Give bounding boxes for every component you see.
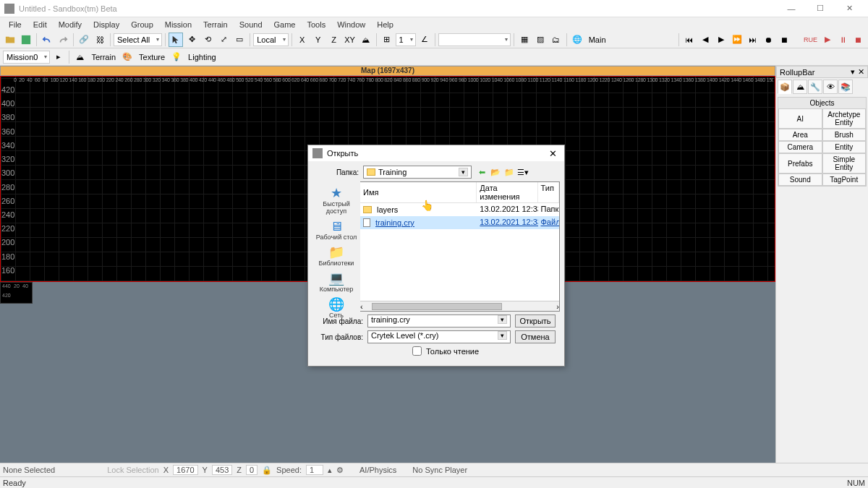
- mission-tool-icon[interactable]: ▸: [51, 50, 66, 64]
- folder-combo[interactable]: Training: [363, 166, 472, 179]
- col-name[interactable]: Имя: [360, 182, 477, 202]
- sidebar-quickaccess[interactable]: ★Быстрый доступ: [312, 184, 360, 216]
- layer-combo[interactable]: [438, 33, 511, 46]
- terrain-label[interactable]: Terrain: [88, 53, 119, 61]
- file-row-layers[interactable]: layers 13.02.2021 12:33 Папк: [360, 203, 559, 216]
- axis-x[interactable]: X: [295, 33, 310, 47]
- rollup-tab-modify[interactable]: 🔧: [808, 80, 822, 94]
- rotate-tool-icon[interactable]: ⟲: [200, 33, 215, 47]
- terrain-follow-icon[interactable]: ⛰: [359, 33, 373, 47]
- cancel-button[interactable]: Отмена: [515, 330, 556, 343]
- obj-entity[interactable]: Entity: [822, 141, 867, 153]
- sidebar-libraries[interactable]: 📁Библиотеки: [312, 244, 360, 268]
- col-date[interactable]: Дата изменения: [477, 182, 537, 202]
- link-icon[interactable]: 🔗: [77, 33, 91, 47]
- sidebar-desktop[interactable]: 🖥Рабочий стол: [312, 218, 360, 242]
- vcr-rec-icon[interactable]: ⏺: [762, 33, 776, 47]
- close-button[interactable]: ✕: [835, 0, 864, 17]
- axis-z[interactable]: Z: [327, 33, 341, 47]
- axis-xy[interactable]: XY: [343, 33, 357, 47]
- coord-system-combo[interactable]: Local: [253, 33, 288, 46]
- select-tool-icon[interactable]: [169, 33, 183, 47]
- vcr-next-icon[interactable]: ⏩: [730, 33, 744, 47]
- rollup-tab-display[interactable]: 👁: [823, 80, 838, 94]
- menu-tools[interactable]: Tools: [301, 19, 331, 30]
- obj-sound[interactable]: Sound: [778, 174, 822, 186]
- undo-icon[interactable]: [40, 33, 54, 47]
- rollup-tab-layers[interactable]: 📚: [838, 80, 853, 94]
- view-menu-icon[interactable]: ☰▾: [517, 166, 529, 178]
- globe-icon[interactable]: 🌐: [570, 33, 584, 47]
- sync-player-toggle[interactable]: No Sync Player: [412, 466, 467, 474]
- menu-sound[interactable]: Sound: [234, 19, 268, 30]
- filetype-combo[interactable]: Crytek Level (*.cry): [367, 330, 511, 343]
- readonly-checkbox[interactable]: [412, 346, 422, 356]
- rollup-close-icon[interactable]: ✕: [858, 67, 864, 77]
- menu-file[interactable]: File: [3, 19, 27, 30]
- rollup-tab-create[interactable]: 📦: [778, 80, 792, 94]
- filename-input[interactable]: training.cry: [367, 314, 511, 328]
- sidebar-computer[interactable]: 💻Компьютер: [312, 270, 360, 294]
- coord-y[interactable]: 453: [212, 465, 232, 475]
- unlink-icon[interactable]: ⛓: [93, 33, 107, 47]
- mini-viewport[interactable]: 440 20 40 420: [0, 282, 33, 304]
- layer-tool1-icon[interactable]: ▦: [517, 33, 532, 47]
- obj-camera[interactable]: Camera: [778, 141, 822, 153]
- save-icon[interactable]: [19, 33, 33, 47]
- play-icon[interactable]: ▶: [820, 33, 835, 47]
- menu-modify[interactable]: Modify: [53, 19, 88, 30]
- dialog-close-button[interactable]: ✕: [545, 148, 560, 159]
- new-folder-icon[interactable]: 📁: [503, 166, 515, 178]
- speed-up-icon[interactable]: ▴: [328, 466, 332, 475]
- open-button[interactable]: Открыть: [515, 314, 556, 328]
- select-filter-combo[interactable]: Select All: [114, 33, 162, 46]
- menu-terrain[interactable]: Terrain: [197, 19, 234, 30]
- layer-tool2-icon[interactable]: ▨: [533, 33, 548, 47]
- layer-tool3-icon[interactable]: 🗂: [549, 33, 563, 47]
- snap-grid-icon[interactable]: ⊞: [380, 33, 394, 47]
- open-icon[interactable]: [3, 33, 17, 47]
- texture-icon[interactable]: 🎨: [120, 50, 135, 64]
- vcr-last-icon[interactable]: ⏭: [746, 33, 760, 47]
- texture-label[interactable]: Texture: [136, 53, 168, 61]
- menu-display[interactable]: Display: [88, 19, 125, 30]
- mission-combo[interactable]: Mission0: [3, 51, 50, 64]
- lock-selection[interactable]: Lock Selection: [107, 466, 159, 474]
- lighting-label[interactable]: Lighting: [185, 53, 219, 61]
- menu-mission[interactable]: Mission: [159, 19, 197, 30]
- lock-xyz-icon[interactable]: 🔒: [262, 466, 272, 475]
- scale-tool-icon[interactable]: ⤢: [216, 33, 231, 47]
- file-list[interactable]: Имя Дата изменения Тип layers 13.02.2021…: [360, 181, 560, 312]
- obj-area[interactable]: Area: [778, 129, 822, 141]
- obj-brush[interactable]: Brush: [822, 129, 867, 141]
- coord-z[interactable]: 0: [246, 465, 258, 475]
- menu-edit[interactable]: Edit: [27, 19, 53, 30]
- vcr-stop-icon[interactable]: ⏹: [778, 33, 792, 47]
- vcr-prev-icon[interactable]: ◀: [698, 33, 712, 47]
- obj-tagpoint[interactable]: TagPoint: [822, 174, 867, 186]
- obj-archetype[interactable]: Archetype Entity: [822, 108, 867, 129]
- speed-value[interactable]: 1: [306, 465, 323, 475]
- up-folder-icon[interactable]: 📂: [490, 166, 501, 178]
- back-icon[interactable]: ⬅: [476, 166, 488, 178]
- obj-simple-entity[interactable]: Simple Entity: [822, 153, 867, 174]
- rollup-dropdown-icon[interactable]: ▾: [851, 67, 855, 77]
- horizontal-scrollbar[interactable]: ‹›: [360, 301, 559, 311]
- rollup-tab-terrain[interactable]: ⛰: [793, 80, 807, 94]
- obj-ai[interactable]: AI: [778, 108, 822, 129]
- ai-physics-toggle[interactable]: AI/Physics: [359, 466, 396, 474]
- stop-icon[interactable]: ⏹: [851, 33, 865, 47]
- select-area-icon[interactable]: ▭: [232, 33, 247, 47]
- redo-icon[interactable]: [56, 33, 70, 47]
- axis-y[interactable]: Y: [311, 33, 326, 47]
- menu-game[interactable]: Game: [268, 19, 302, 30]
- lighting-icon[interactable]: 💡: [169, 50, 184, 64]
- menu-group[interactable]: Group: [125, 19, 159, 30]
- speed-preset-icon[interactable]: ⚙: [336, 466, 344, 475]
- obj-prefabs[interactable]: Prefabs: [778, 153, 822, 174]
- coord-x[interactable]: 1670: [173, 465, 197, 475]
- maximize-button[interactable]: ☐: [806, 0, 835, 17]
- vcr-play-icon[interactable]: ▶: [714, 33, 728, 47]
- file-row-training[interactable]: training.cry 13.02.2021 12:33 Файл: [360, 216, 559, 229]
- pause-icon[interactable]: ⏸: [835, 33, 850, 47]
